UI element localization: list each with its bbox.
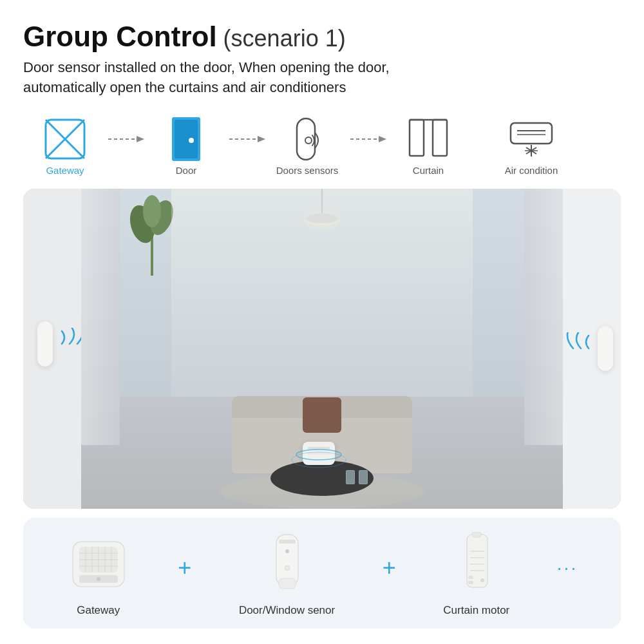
svg-point-44 — [97, 577, 100, 581]
flow-label-door: Door — [176, 165, 197, 176]
svg-marker-13 — [379, 136, 386, 142]
svg-rect-56 — [468, 581, 473, 584]
motor-product-image — [448, 532, 506, 596]
svg-point-31 — [296, 450, 341, 460]
gateway-icon — [42, 116, 88, 162]
svg-point-57 — [480, 578, 484, 582]
sensor-right — [598, 326, 613, 371]
header: Group Control (scenario 1) Door sensor i… — [23, 21, 621, 98]
product-item-gateway: Gateway — [66, 532, 131, 617]
product-item-sensor: Door/Window senor — [239, 532, 335, 617]
sensor-product-image — [265, 532, 310, 596]
flow-label-curtain: Curtain — [413, 165, 444, 176]
gateway-product-label: Gateway — [77, 604, 120, 617]
svg-rect-46 — [279, 540, 296, 544]
flow-label-doors-sensors: Doors sensors — [276, 165, 339, 176]
sensor-body-left — [37, 321, 53, 366]
glass-2 — [359, 470, 368, 484]
dots-sign: ··· — [557, 551, 578, 598]
curtain-icon — [405, 116, 451, 162]
glasses — [346, 470, 368, 484]
room-scene — [23, 189, 621, 509]
subtitle-line1: Door sensor installed on the door, When … — [23, 59, 390, 75]
page-wrapper: Group Control (scenario 1) Door sensor i… — [0, 0, 644, 644]
flow-label-air-condition: Air condition — [505, 165, 558, 176]
lamp-cord — [321, 189, 323, 214]
product-item-motor: Curtain motor — [443, 532, 509, 617]
photo-section — [23, 189, 621, 509]
doors-sensors-icon — [284, 116, 330, 162]
svg-rect-6 — [175, 120, 198, 158]
title-bold: Group Control — [23, 21, 217, 53]
flow-spacer — [470, 139, 489, 152]
sofa-cushion — [303, 397, 341, 433]
flow-item-doors-sensors: Doors sensors — [265, 116, 349, 176]
title-light: (scenario 1) — [223, 25, 346, 52]
sensor-product-label: Door/Window senor — [239, 604, 335, 617]
curtain-right — [524, 189, 563, 445]
svg-marker-9 — [258, 136, 265, 142]
svg-rect-55 — [468, 576, 473, 579]
svg-rect-58 — [472, 532, 481, 537]
flow-arrow-2 — [228, 133, 265, 158]
svg-rect-50 — [467, 535, 488, 587]
flow-arrow-1 — [107, 133, 144, 158]
motor-product-label: Curtain motor — [443, 604, 509, 617]
sensor-body-right — [598, 326, 613, 371]
hub-signal-icon — [290, 448, 348, 474]
flow-item-gateway: Gateway — [23, 116, 107, 176]
sensor-left — [37, 321, 53, 366]
flow-diagram: Gateway Door — [23, 116, 621, 176]
products-section: Gateway + Door/Window seno — [23, 518, 621, 629]
flow-item-curtain: Curtain — [386, 116, 470, 176]
svg-point-30 — [143, 195, 161, 227]
flow-item-door: Door — [144, 116, 228, 176]
room-interior — [81, 189, 563, 509]
flow-arrow-3 — [349, 133, 386, 158]
gateway-product-image — [66, 532, 131, 596]
svg-marker-4 — [137, 136, 144, 142]
curtain-left — [81, 189, 120, 445]
title-line: Group Control (scenario 1) — [23, 21, 621, 53]
flow-item-air-condition: Air condition — [489, 116, 573, 176]
svg-rect-16 — [433, 120, 447, 156]
plus-sign-2: + — [383, 548, 396, 601]
plant-icon — [129, 192, 175, 276]
plus-sign-1: + — [178, 548, 191, 601]
hub-device — [303, 442, 335, 465]
svg-point-47 — [285, 565, 290, 571]
subtitle: Door sensor installed on the door, When … — [23, 58, 621, 98]
svg-point-11 — [305, 137, 312, 144]
flow-label-gateway: Gateway — [46, 165, 84, 176]
wall-right — [563, 189, 621, 509]
svg-rect-19 — [511, 123, 552, 144]
lamp-shade — [306, 213, 338, 223]
svg-rect-49 — [279, 578, 296, 589]
svg-point-7 — [189, 138, 194, 143]
wall-left — [23, 189, 81, 509]
door-icon — [163, 116, 209, 162]
subtitle-line2: automatically open the curtains and air … — [23, 79, 346, 95]
svg-point-48 — [285, 549, 289, 553]
svg-rect-15 — [410, 120, 424, 156]
air-condition-icon — [508, 116, 554, 162]
